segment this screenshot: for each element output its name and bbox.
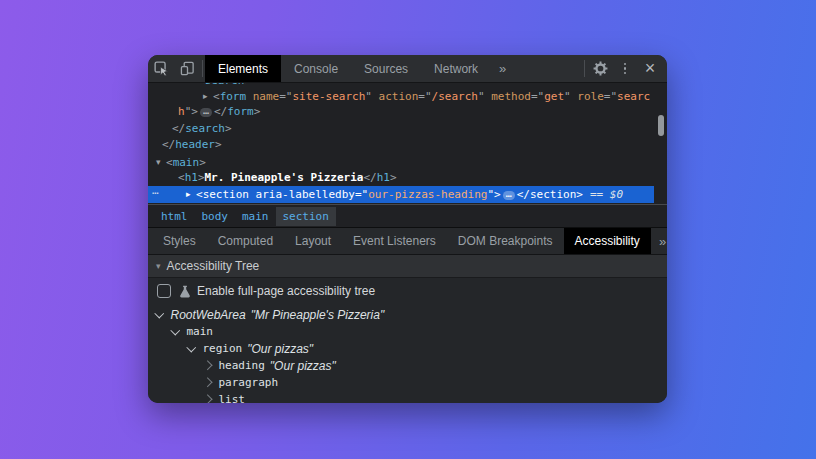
code-token: <: [196, 188, 203, 201]
dom-tree-row[interactable]: </header>: [148, 137, 654, 153]
code-token: ": [365, 90, 378, 103]
twisty-expanded-icon[interactable]: ▾: [156, 154, 165, 170]
code-token: </: [517, 188, 530, 201]
inspect-element-icon[interactable]: [148, 55, 174, 82]
code-token: /search: [432, 90, 478, 103]
ax-tree-row-paragraph[interactable]: paragraph: [148, 374, 667, 391]
ax-role-label: main: [187, 325, 214, 338]
section-collapse-icon[interactable]: ▾: [156, 261, 161, 271]
chevron-right-icon[interactable]: [203, 361, 212, 370]
chevron-down-icon[interactable]: [155, 308, 164, 317]
code-token: site-search: [293, 90, 366, 103]
twisty-collapsed-icon[interactable]: ▸: [186, 186, 195, 202]
tab-event-listeners[interactable]: Event Listeners: [342, 228, 447, 254]
code-token: >: [198, 171, 205, 184]
code-token: >: [199, 155, 206, 168]
code-token: role: [577, 90, 604, 103]
ax-role-label: RootWebArea: [171, 308, 246, 322]
breadcrumb-item-body[interactable]: body: [195, 207, 236, 226]
code-token: ">: [185, 105, 198, 118]
dom-tree-row[interactable]: ▸<form name="site-search" action="/searc…: [148, 88, 654, 104]
ax-tree-row-main[interactable]: main: [148, 323, 667, 340]
devtools-window: ElementsConsoleSourcesNetwork » × ▾: [148, 55, 667, 403]
breadcrumb-item-section[interactable]: section: [276, 207, 336, 226]
breadcrumb-item-html[interactable]: html: [154, 207, 195, 226]
code-token: >: [225, 122, 232, 135]
section-title: Accessibility Tree: [167, 259, 260, 273]
tab-network[interactable]: Network: [421, 55, 491, 82]
ax-tree-row-rootwebarea[interactable]: RootWebArea"Mr Pineapple's Pizzeria": [148, 306, 667, 323]
code-token: =": [531, 90, 544, 103]
active-node-hint: == $0: [590, 188, 623, 201]
code-token: </: [172, 122, 185, 135]
code-token: ": [478, 90, 491, 103]
code-token: =": [279, 90, 292, 103]
dom-tree-row[interactable]: </search>: [148, 121, 654, 137]
row-actions-dots[interactable]: …: [152, 186, 160, 199]
customize-menu-icon[interactable]: [613, 55, 637, 82]
dom-tree-row-selected[interactable]: …▸<section aria-labelledby="our-pizzas-h…: [148, 186, 654, 202]
more-tabs-button[interactable]: »: [491, 55, 514, 82]
chevron-right-icon[interactable]: [203, 378, 212, 387]
ax-tree-row-list[interactable]: list: [148, 391, 667, 403]
tab-accessibility[interactable]: Accessibility: [564, 228, 651, 254]
chevron-right-icon[interactable]: [203, 395, 212, 403]
tab-sources[interactable]: Sources: [351, 55, 421, 82]
code-token: </: [162, 138, 175, 151]
dom-tree-row[interactable]: h">…</form>: [148, 104, 654, 120]
more-pane-tabs-button[interactable]: »: [651, 228, 667, 254]
tab-computed[interactable]: Computed: [207, 228, 284, 254]
expand-children-ellipsis-button[interactable]: …: [503, 191, 515, 200]
settings-gear-icon[interactable]: [587, 55, 613, 82]
enable-full-page-checkbox[interactable]: [157, 284, 171, 298]
device-toolbar-icon[interactable]: [174, 55, 200, 82]
expand-children-ellipsis-button[interactable]: …: [200, 108, 212, 117]
toolbar-divider: [202, 60, 203, 77]
experiment-flask-icon: [179, 285, 191, 298]
code-token: >: [254, 105, 261, 118]
code-token: <: [198, 83, 205, 86]
elements-dom-tree: ▾<search>▸<form name="site-search" actio…: [148, 83, 667, 204]
code-token: h1: [377, 171, 390, 184]
tab-layout[interactable]: Layout: [284, 228, 342, 254]
ax-role-label: paragraph: [219, 376, 279, 389]
code-token: h: [178, 105, 185, 118]
tab-styles[interactable]: Styles: [152, 228, 207, 254]
tab-console[interactable]: Console: [281, 55, 351, 82]
code-token: aria-labelledby: [256, 188, 355, 201]
code-token: [246, 90, 253, 103]
code-token: >: [576, 188, 583, 201]
chevron-down-icon[interactable]: [187, 342, 196, 351]
enable-full-page-label: Enable full-page accessibility tree: [197, 284, 375, 298]
code-token: form: [220, 90, 247, 103]
sidebar-tab-strip: StylesComputedLayoutEvent ListenersDOM B…: [148, 227, 667, 255]
accessibility-tree-section-header[interactable]: ▾ Accessibility Tree: [148, 255, 667, 278]
code-token: our-pizzas-heading: [368, 188, 487, 201]
twisty-collapsed-icon[interactable]: ▸: [203, 88, 212, 104]
dom-tree-row[interactable]: <h1>Mr. Pineapple's Pizzeria</h1>: [148, 170, 654, 186]
toolbar-divider: [584, 60, 585, 77]
elements-scrollbar-thumb[interactable]: [658, 115, 664, 136]
enable-full-page-row: Enable full-page accessibility tree: [148, 278, 667, 304]
ax-name-value: "Our pizzas": [270, 359, 336, 373]
code-token: form: [227, 105, 254, 118]
dom-tree-row[interactable]: ▾<main>: [148, 154, 654, 170]
ax-tree-row-heading[interactable]: heading"Our pizzas": [148, 357, 667, 374]
breadcrumb-item-main[interactable]: main: [235, 207, 276, 226]
code-token: get: [544, 90, 564, 103]
node-text-content: Mr. Pineapple's Pizzeria: [205, 171, 364, 184]
code-token: h1: [185, 171, 198, 184]
code-token: section: [530, 188, 576, 201]
code-token: main: [173, 155, 200, 168]
code-token: <: [166, 155, 173, 168]
ax-tree-row-region[interactable]: region"Our pizzas": [148, 340, 667, 357]
tab-elements[interactable]: Elements: [205, 55, 281, 82]
close-icon[interactable]: ×: [637, 55, 663, 82]
tab-dom-breakpoints[interactable]: DOM Breakpoints: [447, 228, 564, 254]
code-token: section: [203, 188, 249, 201]
chevron-down-icon[interactable]: [171, 325, 180, 334]
code-token: search: [185, 122, 225, 135]
accessibility-pane: ▾ Accessibility Tree Enable full-page ac…: [148, 255, 667, 403]
code-token: name: [253, 90, 280, 103]
breadcrumb: htmlbodymainsection: [148, 204, 667, 227]
